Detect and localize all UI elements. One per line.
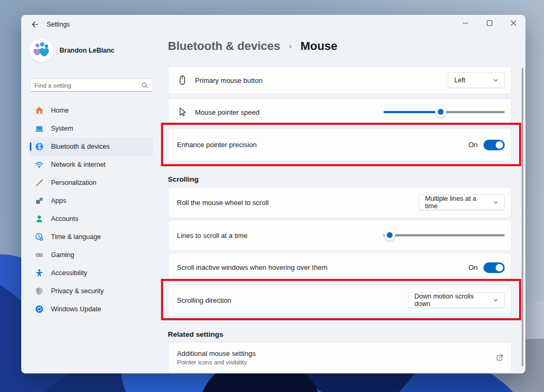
apps-icon: [35, 197, 44, 205]
setting-label: Additional mouse settings: [177, 350, 256, 357]
section-heading-scrolling: Scrolling: [168, 175, 199, 183]
sidebar-item-apps[interactable]: Apps: [30, 192, 153, 210]
breadcrumb: Bluetooth & devices › Mouse: [168, 39, 337, 53]
shield-icon: [35, 287, 44, 295]
page-title: Mouse: [300, 39, 337, 53]
sidebar-item-bluetooth-devices[interactable]: Bluetooth & devices: [30, 138, 153, 156]
sidebar-item-label: System: [51, 125, 73, 132]
sidebar-item-label: Accessibility: [51, 269, 87, 277]
sidebar-item-label: Home: [51, 107, 69, 114]
network-icon: [35, 160, 44, 169]
external-link-icon: [496, 354, 504, 362]
accessibility-icon: [35, 269, 44, 277]
dropdown-value: Left: [454, 76, 488, 84]
lines-to-scroll-row: Lines to scroll at a time: [168, 220, 512, 251]
minimize-icon: [463, 20, 469, 26]
user-name: Brandon LeBlanc: [60, 47, 115, 54]
windows-update-icon: [35, 305, 44, 313]
pointer-speed-slider[interactable]: [384, 106, 505, 118]
section-heading-related: Related settings: [168, 330, 223, 338]
dropdown-value: Multiple lines at a time: [425, 195, 488, 210]
chevron-down-icon: [492, 77, 499, 83]
sidebar-item-label: Windows Update: [51, 305, 101, 313]
setting-label: Scroll inactive windows when hovering ov…: [177, 263, 327, 271]
enhance-precision-toggle[interactable]: [483, 140, 505, 150]
pointer-speed-row: Mouse pointer speed: [168, 98, 512, 126]
system-icon: [35, 124, 44, 133]
home-icon: [35, 106, 44, 115]
sidebar-item-personalization[interactable]: Personalization: [30, 174, 153, 192]
maximize-icon: [487, 20, 492, 26]
scroll-inactive-toggle[interactable]: [483, 262, 505, 273]
breadcrumb-parent[interactable]: Bluetooth & devices: [168, 39, 280, 53]
personalization-icon: [35, 178, 44, 187]
search-icon: [141, 82, 148, 89]
sidebar-item-label: Privacy & security: [51, 287, 104, 295]
gaming-icon: [35, 251, 44, 259]
setting-label: Roll the mouse wheel to scroll: [177, 199, 269, 207]
chevron-down-icon: [492, 297, 499, 303]
settings-window: Settings Brandon LeBlanc: [21, 15, 525, 373]
setting-sublabel: Pointer icons and visibility: [177, 359, 256, 365]
chevron-down-icon: [492, 199, 499, 206]
content-scrollbar[interactable]: [522, 68, 523, 367]
enhance-precision-row: Enhance pointer precision On: [168, 128, 512, 161]
bluetooth-icon: [35, 142, 44, 151]
sidebar-item-network-internet[interactable]: Network & internet: [30, 156, 153, 174]
setting-label: Enhance pointer precision: [177, 141, 257, 149]
toggle-state-label: On: [469, 263, 478, 271]
search-input[interactable]: Find a setting: [30, 79, 153, 92]
setting-label: Mouse pointer speed: [195, 108, 259, 116]
sidebar-item-label: Bluetooth & devices: [51, 143, 110, 150]
back-arrow-icon: [31, 21, 39, 28]
slider-thumb[interactable]: [384, 229, 395, 241]
minimize-button[interactable]: [454, 15, 478, 31]
slider-thumb[interactable]: [435, 106, 446, 117]
title-bar: Settings: [21, 15, 525, 34]
scroll-inactive-row: Scroll inactive windows when hovering ov…: [168, 253, 512, 282]
sidebar-item-accounts[interactable]: Accounts: [30, 210, 153, 228]
wheel-scroll-row: Roll the mouse wheel to scroll Multiple …: [168, 187, 512, 218]
window-controls: [454, 15, 525, 31]
back-button[interactable]: [28, 18, 42, 31]
sidebar-item-label: Personalization: [51, 179, 96, 186]
user-account-row[interactable]: Brandon LeBlanc: [30, 39, 115, 62]
sidebar-item-privacy-security[interactable]: Privacy & security: [30, 282, 153, 300]
sidebar-nav: Home System Bluetooth & devices Network …: [30, 101, 153, 318]
sidebar-item-label: Time & language: [51, 233, 101, 241]
primary-mouse-button-row: Primary mouse button Left: [168, 66, 512, 94]
cursor-icon: [177, 107, 188, 117]
accounts-icon: [35, 215, 44, 223]
close-button[interactable]: [502, 15, 525, 31]
scrolling-direction-row: Scrolling direction Down motion scrolls …: [168, 285, 512, 316]
maximize-button[interactable]: [478, 15, 502, 31]
additional-mouse-settings-row[interactable]: Additional mouse settings Pointer icons …: [168, 342, 512, 373]
sidebar-item-system[interactable]: System: [30, 120, 153, 138]
sidebar-item-label: Accounts: [51, 215, 78, 223]
primary-button-dropdown[interactable]: Left: [448, 72, 505, 88]
breadcrumb-separator-icon: ›: [289, 41, 292, 51]
sidebar-item-accessibility[interactable]: Accessibility: [30, 264, 153, 282]
window-title: Settings: [47, 15, 70, 34]
time-language-icon: [35, 233, 44, 241]
sidebar-item-label: Gaming: [51, 251, 74, 259]
avatar: [30, 39, 53, 62]
wheel-scroll-dropdown[interactable]: Multiple lines at a time: [419, 194, 505, 210]
search-placeholder: Find a setting: [35, 82, 141, 89]
toggle-state-label: On: [469, 141, 478, 149]
sidebar-item-label: Network & internet: [51, 161, 106, 168]
scrolling-direction-dropdown[interactable]: Down motion scrolls down: [408, 292, 505, 308]
sidebar-item-windows-update[interactable]: Windows Update: [30, 300, 153, 318]
sidebar-item-home[interactable]: Home: [30, 101, 153, 120]
close-icon: [511, 20, 516, 26]
setting-label: Primary mouse button: [195, 76, 262, 84]
setting-label: Scrolling direction: [177, 296, 232, 304]
sidebar-item-time-language[interactable]: Time & language: [30, 228, 153, 246]
dropdown-value: Down motion scrolls down: [414, 293, 488, 308]
external-link-button[interactable]: [494, 352, 505, 363]
sidebar-item-label: Apps: [51, 197, 66, 204]
mouse-icon: [177, 75, 188, 86]
lines-to-scroll-slider[interactable]: [384, 229, 505, 241]
sidebar-item-gaming[interactable]: Gaming: [30, 246, 153, 264]
setting-label: Lines to scroll at a time: [177, 232, 248, 240]
